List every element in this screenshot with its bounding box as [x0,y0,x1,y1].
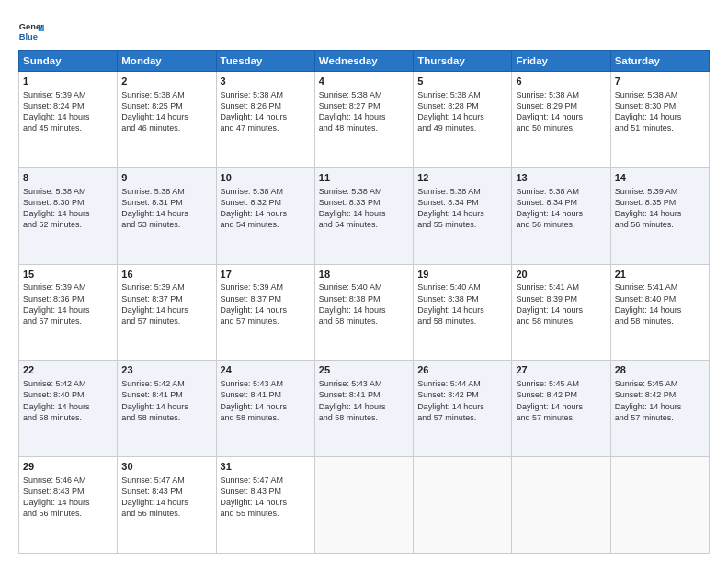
header: General Blue [18,15,710,44]
day-number: 28 [615,363,705,377]
calendar-day-15: 15Sunrise: 5:39 AMSunset: 8:36 PMDayligh… [19,264,118,361]
calendar-day-13: 13Sunrise: 5:38 AMSunset: 8:34 PMDayligh… [512,167,610,264]
day-number: 20 [516,268,606,282]
calendar-day-25: 25Sunrise: 5:43 AMSunset: 8:41 PMDayligh… [314,361,413,457]
calendar-day-23: 23Sunrise: 5:42 AMSunset: 8:41 PMDayligh… [118,361,216,457]
calendar-day-7: 7Sunrise: 5:38 AMSunset: 8:30 PMDaylight… [610,72,709,168]
calendar-day-12: 12Sunrise: 5:38 AMSunset: 8:34 PMDayligh… [414,167,512,264]
day-number: 30 [121,460,211,474]
day-number: 2 [121,75,211,88]
calendar-day-31: 31Sunrise: 5:47 AMSunset: 8:43 PMDayligh… [216,457,314,554]
day-number: 8 [23,171,113,185]
day-number: 15 [23,268,113,282]
calendar-week-1: 1Sunrise: 5:39 AMSunset: 8:24 PMDaylight… [19,72,710,168]
day-number: 25 [319,363,409,377]
day-number: 6 [516,75,606,88]
calendar-day-16: 16Sunrise: 5:39 AMSunset: 8:37 PMDayligh… [118,264,216,361]
calendar-day-5: 5Sunrise: 5:38 AMSunset: 8:28 PMDaylight… [414,72,512,168]
calendar-day-4: 4Sunrise: 5:38 AMSunset: 8:27 PMDaylight… [314,72,413,168]
calendar-week-4: 22Sunrise: 5:42 AMSunset: 8:40 PMDayligh… [19,361,710,457]
day-number: 21 [615,268,705,282]
logo: General Blue [18,18,44,44]
day-number: 22 [23,363,113,377]
calendar-day-6: 6Sunrise: 5:38 AMSunset: 8:29 PMDaylight… [512,72,610,168]
calendar-header-tuesday: Tuesday [216,51,314,72]
calendar-week-2: 8Sunrise: 5:38 AMSunset: 8:30 PMDaylight… [19,167,710,264]
day-number: 1 [23,75,113,88]
calendar-day-10: 10Sunrise: 5:38 AMSunset: 8:32 PMDayligh… [216,167,314,264]
day-number: 29 [23,460,113,474]
day-number: 18 [319,268,409,282]
day-number: 7 [615,75,705,88]
calendar-day-24: 24Sunrise: 5:43 AMSunset: 8:41 PMDayligh… [216,361,314,457]
calendar-header-monday: Monday [118,51,216,72]
day-number: 17 [221,268,311,282]
calendar-empty-cell [414,457,512,554]
day-number: 23 [121,363,211,377]
svg-text:Blue: Blue [19,32,38,41]
calendar-day-3: 3Sunrise: 5:38 AMSunset: 8:26 PMDaylight… [216,72,314,168]
day-number: 4 [319,75,409,88]
calendar-day-9: 9Sunrise: 5:38 AMSunset: 8:31 PMDaylight… [118,167,216,264]
day-number: 14 [615,171,705,185]
day-number: 11 [319,171,409,185]
day-number: 26 [417,363,507,377]
calendar-empty-cell [314,457,413,554]
calendar-empty-cell [610,457,709,554]
calendar-day-18: 18Sunrise: 5:40 AMSunset: 8:38 PMDayligh… [314,264,413,361]
calendar-day-27: 27Sunrise: 5:45 AMSunset: 8:42 PMDayligh… [512,361,610,457]
general-blue-logo-icon: General Blue [18,18,44,44]
day-number: 27 [516,363,606,377]
calendar-table: SundayMondayTuesdayWednesdayThursdayFrid… [18,50,710,554]
calendar-day-11: 11Sunrise: 5:38 AMSunset: 8:33 PMDayligh… [314,167,413,264]
calendar-day-17: 17Sunrise: 5:39 AMSunset: 8:37 PMDayligh… [216,264,314,361]
calendar-header-thursday: Thursday [414,51,512,72]
day-number: 24 [221,363,311,377]
calendar-day-28: 28Sunrise: 5:45 AMSunset: 8:42 PMDayligh… [610,361,709,457]
calendar-week-5: 29Sunrise: 5:46 AMSunset: 8:43 PMDayligh… [19,457,710,554]
day-number: 31 [221,460,311,474]
day-number: 5 [417,75,507,88]
calendar-header-saturday: Saturday [610,51,709,72]
calendar-empty-cell [512,457,610,554]
calendar-day-14: 14Sunrise: 5:39 AMSunset: 8:35 PMDayligh… [610,167,709,264]
calendar-day-1: 1Sunrise: 5:39 AMSunset: 8:24 PMDaylight… [19,72,118,168]
day-number: 19 [417,268,507,282]
page: General Blue SundayMondayTuesdayWednesda… [0,0,728,563]
calendar-header-row: SundayMondayTuesdayWednesdayThursdayFrid… [19,51,710,72]
calendar-day-2: 2Sunrise: 5:38 AMSunset: 8:25 PMDaylight… [118,72,216,168]
calendar-header-sunday: Sunday [19,51,118,72]
calendar-day-22: 22Sunrise: 5:42 AMSunset: 8:40 PMDayligh… [19,361,118,457]
calendar-day-20: 20Sunrise: 5:41 AMSunset: 8:39 PMDayligh… [512,264,610,361]
day-number: 10 [221,171,311,185]
calendar-day-8: 8Sunrise: 5:38 AMSunset: 8:30 PMDaylight… [19,167,118,264]
day-number: 16 [121,268,211,282]
calendar-header-wednesday: Wednesday [314,51,413,72]
day-number: 3 [221,75,311,88]
calendar-day-30: 30Sunrise: 5:47 AMSunset: 8:43 PMDayligh… [118,457,216,554]
calendar-header-friday: Friday [512,51,610,72]
calendar-day-26: 26Sunrise: 5:44 AMSunset: 8:42 PMDayligh… [414,361,512,457]
calendar-day-29: 29Sunrise: 5:46 AMSunset: 8:43 PMDayligh… [19,457,118,554]
day-number: 13 [516,171,606,185]
calendar-week-3: 15Sunrise: 5:39 AMSunset: 8:36 PMDayligh… [19,264,710,361]
calendar-day-21: 21Sunrise: 5:41 AMSunset: 8:40 PMDayligh… [610,264,709,361]
day-number: 9 [121,171,211,185]
day-number: 12 [417,171,507,185]
calendar-day-19: 19Sunrise: 5:40 AMSunset: 8:38 PMDayligh… [414,264,512,361]
